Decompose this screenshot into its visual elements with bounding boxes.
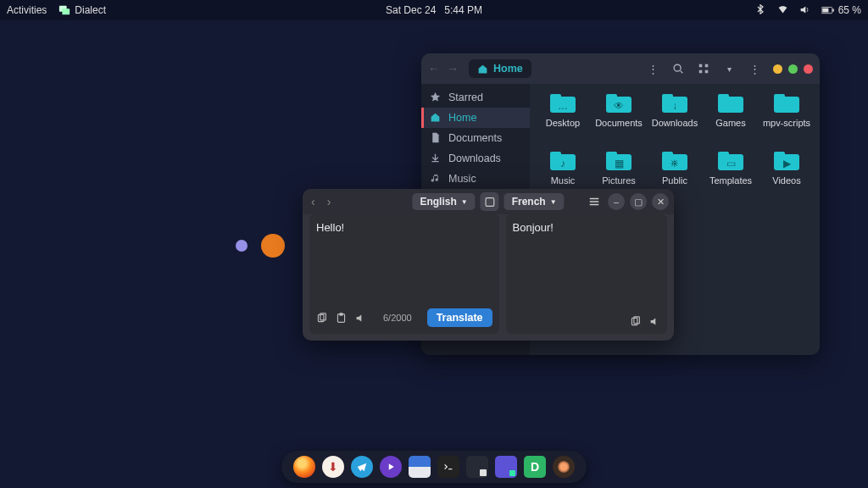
- main-menu-button[interactable]: [586, 193, 603, 210]
- dialect-window: ‹ › English ▼ French ▼ – ▢ ✕: [303, 189, 674, 341]
- clock[interactable]: Sat Dec 24 5:44 PM: [386, 4, 482, 16]
- path-bar[interactable]: Home: [469, 59, 531, 78]
- nav-back-button[interactable]: ←: [428, 62, 440, 75]
- folder-icon: [718, 94, 743, 114]
- sidebar-item-starred[interactable]: Starred: [421, 87, 530, 108]
- network-icon[interactable]: [777, 4, 789, 16]
- folder-mpv-scripts[interactable]: mpv-scripts: [759, 94, 815, 152]
- clock-time: 5:44 PM: [444, 4, 482, 16]
- folder-icon: ▭: [718, 152, 743, 172]
- bluetooth-icon[interactable]: [755, 4, 767, 16]
- dock-transmission[interactable]: ⬇: [322, 456, 344, 478]
- folder-downloads[interactable]: ↓Downloads: [647, 94, 703, 152]
- target-text-output: Bonjour!: [513, 221, 660, 316]
- sidebar-item-documents[interactable]: Documents: [421, 128, 530, 148]
- search-button[interactable]: [668, 58, 688, 79]
- folder-documents[interactable]: 👁Documents: [591, 94, 647, 152]
- top-bar: Activities Dialect Sat Dec 24 5:44 PM 65…: [0, 0, 868, 20]
- window-maximize-button[interactable]: [788, 64, 798, 74]
- folder-games[interactable]: Games: [703, 94, 759, 152]
- files-header: ← → Home ⋮ ▾ ⋮: [421, 53, 820, 84]
- target-pane: Bonjour!: [506, 214, 667, 334]
- dock-telegram[interactable]: [351, 456, 373, 478]
- nav-forward-button[interactable]: →: [447, 62, 459, 75]
- folder-label: Games: [715, 118, 745, 128]
- path-menu-button[interactable]: ⋮: [643, 58, 663, 79]
- dock-dialect[interactable]: D: [524, 456, 546, 478]
- active-app-indicator[interactable]: Dialect: [58, 4, 106, 16]
- svg-rect-8: [699, 70, 703, 74]
- dialect-icon: [58, 4, 70, 16]
- speak-source-button[interactable]: [355, 313, 366, 324]
- sidebar-item-label: Music: [448, 173, 476, 185]
- folder-desktop[interactable]: …Desktop: [535, 94, 591, 152]
- sidebar-item-label: Home: [448, 112, 476, 124]
- translate-button[interactable]: Translate: [427, 308, 492, 327]
- dock-screenshot[interactable]: [466, 456, 488, 478]
- hamburger-menu-button[interactable]: ⋮: [744, 58, 765, 79]
- speak-target-button[interactable]: [649, 316, 660, 327]
- chevron-down-icon: ▼: [461, 198, 468, 206]
- music-icon: [430, 173, 442, 185]
- sidebar-item-label: Starred: [448, 92, 483, 103]
- clock-date: Sat Dec 24: [386, 4, 436, 16]
- copy-source-button[interactable]: [316, 313, 327, 324]
- battery-percent: 65 %: [838, 4, 861, 16]
- folder-label: Pictures: [602, 175, 636, 186]
- folder-label: Public: [662, 175, 687, 186]
- dock-files[interactable]: [409, 456, 431, 478]
- svg-rect-7: [705, 64, 709, 68]
- folder-icon: ♪: [550, 152, 576, 172]
- folder-icon: 👁: [606, 94, 632, 114]
- folder-label: Music: [551, 175, 576, 186]
- folder-icon: [774, 94, 799, 114]
- window-close-button[interactable]: [804, 64, 813, 74]
- copy-target-button[interactable]: [630, 316, 641, 327]
- sidebar-item-music[interactable]: Music: [421, 169, 530, 189]
- view-toggle-button[interactable]: [693, 58, 714, 79]
- activities-button[interactable]: Activities: [7, 4, 47, 16]
- folder-videos[interactable]: ▶Videos: [759, 152, 815, 209]
- folder-label: mpv-scripts: [763, 118, 810, 128]
- dock-media-player[interactable]: [380, 456, 402, 478]
- dock: ⬇ D: [281, 451, 587, 483]
- svg-rect-6: [699, 64, 703, 68]
- paste-button[interactable]: [336, 313, 347, 324]
- sidebar-item-downloads[interactable]: Downloads: [421, 148, 530, 169]
- history-forward-button[interactable]: ›: [324, 193, 335, 210]
- source-language-label: English: [420, 196, 456, 208]
- sidebar-item-label: Downloads: [448, 152, 501, 164]
- window-close-button[interactable]: ✕: [652, 193, 669, 210]
- view-options-button[interactable]: ▾: [719, 58, 739, 79]
- window-minimize-button[interactable]: –: [608, 193, 625, 210]
- star-icon: [430, 92, 442, 103]
- sidebar-item-home[interactable]: Home: [421, 108, 530, 128]
- source-language-button[interactable]: English ▼: [412, 193, 475, 210]
- dock-screen-recorder[interactable]: [495, 456, 517, 478]
- dock-firefox[interactable]: [293, 456, 315, 478]
- svg-rect-17: [340, 313, 342, 314]
- battery-indicator[interactable]: 65 %: [821, 4, 861, 16]
- dock-image-viewer[interactable]: [553, 456, 575, 478]
- folder-icon: ▶: [774, 152, 799, 172]
- svg-rect-4: [832, 8, 834, 11]
- source-text-input[interactable]: Hello!: [316, 221, 492, 308]
- window-minimize-button[interactable]: [773, 64, 782, 74]
- folder-templates[interactable]: ▭Templates: [703, 152, 759, 209]
- target-language-button[interactable]: French ▼: [504, 193, 565, 210]
- swap-languages-button[interactable]: [481, 192, 499, 211]
- active-app-name: Dialect: [75, 4, 106, 16]
- volume-icon[interactable]: [799, 4, 811, 16]
- sidebar-item-label: Documents: [448, 132, 502, 144]
- dock-terminal[interactable]: [437, 456, 459, 478]
- history-back-button[interactable]: ‹: [308, 193, 319, 210]
- window-maximize-button[interactable]: ▢: [630, 193, 647, 210]
- dialect-header: ‹ › English ▼ French ▼ – ▢ ✕: [303, 189, 674, 214]
- folder-label: Downloads: [652, 118, 698, 128]
- folder-label: Videos: [772, 175, 800, 186]
- home-icon: [430, 112, 442, 124]
- folder-label: Desktop: [546, 118, 580, 128]
- chevron-down-icon: ▼: [550, 198, 557, 206]
- desktop-orb-small: [236, 240, 248, 252]
- svg-rect-13: [486, 197, 494, 206]
